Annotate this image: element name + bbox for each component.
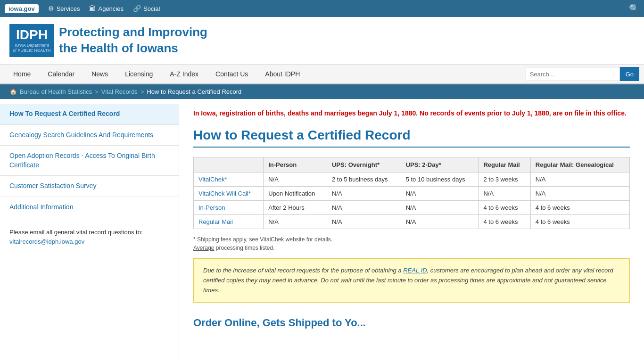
breadcrumb-sep-2: > [140, 88, 144, 95]
row-vitalchek-regular-mail: 2 to 3 weeks [479, 173, 530, 187]
yellow-notice-text-1: Due to the increase of vital record requ… [203, 267, 403, 274]
row-willcall-geo: N/A [530, 187, 629, 201]
sidebar-email-section: Please email all general vital record qu… [0, 218, 179, 257]
row-label-regular-mail: Regular Mail [194, 215, 264, 229]
agencies-nav-item[interactable]: 🏛 Agencies [89, 5, 123, 12]
services-nav-item[interactable]: ⚙ Services [48, 5, 80, 12]
breadcrumb: 🏠 Bureau of Health Statistics > Vital Re… [0, 84, 644, 99]
breadcrumb-vital[interactable]: Vital Records [101, 88, 138, 95]
nav-az-index[interactable]: A-Z Index [161, 65, 207, 83]
main-navigation: Home Calendar News Licensing A-Z Index C… [0, 65, 644, 84]
nav-calendar[interactable]: Calendar [39, 65, 83, 83]
row-regularmail-ups-2day: N/A [401, 215, 479, 229]
records-table: In-Person UPS: Overnight* UPS: 2-Day* Re… [193, 157, 630, 229]
row-inperson-ups-2day: N/A [401, 201, 479, 215]
services-icon: ⚙ [48, 5, 54, 12]
header-tagline: Protecting and Improving the Health of I… [59, 25, 207, 57]
nav-about[interactable]: About IDPH [256, 65, 308, 83]
main-content: In Iowa, registration of births, deaths … [179, 99, 644, 362]
row-inperson-ups-overnight: N/A [327, 201, 401, 215]
col-header-in-person: In-Person [264, 157, 327, 173]
sidebar-item-how-to-request[interactable]: How To Request A Certified Record [0, 104, 179, 125]
home-icon: 🏠 [9, 88, 17, 95]
sidebar: How To Request A Certified Record Geneal… [0, 99, 179, 362]
row-willcall-ups-2day: N/A [401, 187, 479, 201]
sidebar-item-adoption[interactable]: Open Adoption Records - Access To Origin… [0, 146, 179, 176]
col-header-regular-mail: Regular Mail [479, 157, 530, 173]
sidebar-item-genealogy[interactable]: Genealogy Search Guidelines And Requirem… [0, 125, 179, 146]
row-label-vitalchek-willcall: VitalChek Will Call* [194, 187, 264, 201]
row-willcall-regular-mail: N/A [479, 187, 530, 201]
real-id-link[interactable]: REAL ID [403, 267, 427, 274]
idph-logo: IDPH IOWA Departmentof PUBLIC HEALTH [9, 24, 54, 57]
order-online-heading: Order Online, Gets Shipped to Yo... [193, 317, 630, 331]
page-title: How to Request a Certified Record [193, 128, 630, 148]
avg-text: processing times listed. [216, 245, 275, 251]
col-header-ups-2day: UPS: 2-Day* [401, 157, 479, 173]
nav-contact[interactable]: Contact Us [207, 65, 256, 83]
top-search-icon[interactable]: 🔍 [629, 3, 639, 14]
table-row: VitalChek Will Call* Upon Notification N… [194, 187, 630, 201]
vitalchek-link[interactable]: VitalChek* [198, 176, 227, 183]
row-vitalchek-geo: N/A [530, 173, 629, 187]
iowa-gov-logo[interactable]: iowa.gov [5, 4, 39, 13]
breadcrumb-current: How to Request a Certified Record [147, 88, 241, 95]
row-inperson-in-person: After 2 Hours [264, 201, 327, 215]
nav-search-area: Go [526, 67, 639, 81]
social-nav-item[interactable]: 🔗 Social [133, 5, 160, 12]
avg-label: Average [193, 245, 214, 251]
page-header: IDPH IOWA Departmentof PUBLIC HEALTH Pro… [0, 17, 644, 65]
social-icon: 🔗 [133, 5, 141, 12]
row-vitalchek-in-person: N/A [264, 173, 327, 187]
regular-mail-link[interactable]: Regular Mail [198, 218, 233, 225]
sidebar-item-additional[interactable]: Additional Information [0, 197, 179, 218]
table-row: In-Person After 2 Hours N/A N/A 4 to 6 w… [194, 201, 630, 215]
table-note: * Shipping fees apply, see VitalChek web… [193, 236, 630, 243]
row-willcall-in-person: Upon Notification [264, 187, 327, 201]
nav-news[interactable]: News [83, 65, 116, 83]
row-vitalchek-ups-2day: 5 to 10 business days [401, 173, 479, 187]
vitalchek-willcall-link[interactable]: VitalChek Will Call* [198, 190, 251, 197]
agencies-icon: 🏛 [89, 5, 96, 12]
idph-sub-text: IOWA Departmentof PUBLIC HEALTH [13, 43, 51, 53]
row-inperson-regular-mail: 4 to 6 weeks [479, 201, 530, 215]
sidebar-item-survey[interactable]: Customer Satisfaction Survey [0, 176, 179, 197]
row-regularmail-in-person: N/A [264, 215, 327, 229]
row-vitalchek-ups-overnight: 2 to 5 business days [327, 173, 401, 187]
search-input[interactable] [526, 67, 620, 81]
page-layout: How To Request A Certified Record Geneal… [0, 99, 644, 362]
row-label-vitalchek: VitalChek* [194, 173, 264, 187]
sidebar-email-prefix: Please email all general vital record qu… [9, 229, 143, 236]
row-regularmail-geo: 4 to 6 weeks [530, 215, 629, 229]
yellow-notice-box: Due to the increase of vital record requ… [193, 258, 630, 303]
col-header-ups-overnight: UPS: Overnight* [327, 157, 401, 173]
sidebar-email-link[interactable]: vitalrecords@idph.iowa.gov [9, 238, 84, 245]
table-row: VitalChek* N/A 2 to 5 business days 5 to… [194, 173, 630, 187]
top-navigation-bar: iowa.gov ⚙ Services 🏛 Agencies 🔗 Social … [0, 0, 644, 17]
nav-home[interactable]: Home [5, 65, 39, 83]
table-note-avg: Average processing times listed. [193, 245, 630, 251]
row-willcall-ups-overnight: N/A [327, 187, 401, 201]
idph-logo-text: IDPH [16, 28, 48, 41]
search-button[interactable]: Go [620, 67, 639, 81]
red-notice: In Iowa, registration of births, deaths … [193, 108, 630, 118]
row-label-in-person: In-Person [194, 201, 264, 215]
table-row: Regular Mail N/A N/A N/A 4 to 6 weeks 4 … [194, 215, 630, 229]
row-regularmail-regular-mail: 4 to 6 weeks [479, 215, 530, 229]
nav-licensing[interactable]: Licensing [116, 65, 161, 83]
breadcrumb-bureau[interactable]: Bureau of Health Statistics [20, 88, 92, 95]
col-header-regular-mail-geo: Regular Mail: Genealogical [530, 157, 629, 173]
col-header-method [194, 157, 264, 173]
breadcrumb-sep-1: > [95, 88, 99, 95]
in-person-link[interactable]: In-Person [198, 204, 225, 211]
row-regularmail-ups-overnight: N/A [327, 215, 401, 229]
row-inperson-geo: 4 to 6 weeks [530, 201, 629, 215]
logo-area: IDPH IOWA Departmentof PUBLIC HEALTH Pro… [9, 24, 207, 57]
